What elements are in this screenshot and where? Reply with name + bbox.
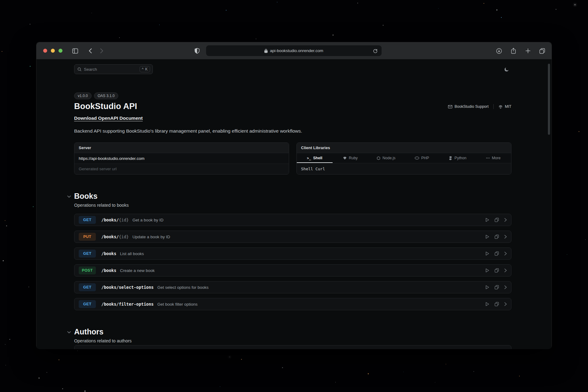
lock-icon — [264, 49, 268, 53]
browser-window: api-bookstudio.onrender.com — [36, 42, 552, 349]
endpoint-row[interactable]: GET /books/filter-options Get book filte… — [74, 298, 511, 310]
try-request-icon[interactable] — [485, 218, 489, 222]
endpoint-row[interactable]: POST /books Create a new book — [74, 264, 511, 277]
chevron-down-icon[interactable] — [67, 330, 71, 334]
endpoint-param: {id} — [119, 234, 129, 239]
back-icon[interactable] — [87, 48, 93, 54]
search-shortcut-badge: ^ K — [140, 66, 150, 72]
client-library-tab-php[interactable]: PHP — [404, 153, 440, 163]
try-request-icon[interactable] — [485, 251, 489, 256]
address-bar[interactable]: api-bookstudio.onrender.com — [206, 45, 382, 56]
scrollbar-thumb[interactable] — [548, 64, 550, 135]
method-badge: POST — [79, 266, 96, 274]
page-title: BookStudio API — [74, 102, 137, 111]
tab-overview-icon[interactable] — [539, 48, 545, 54]
license-link[interactable]: MIT — [499, 104, 511, 109]
method-badge: GET — [79, 283, 96, 291]
endpoint-list: GET /books/ {id} Get a book by ID PUT /b… — [74, 214, 511, 310]
python-icon — [449, 156, 452, 160]
more-icon — [486, 157, 490, 159]
section-title: Authors — [74, 327, 104, 336]
endpoint-list — [74, 345, 511, 349]
endpoint-path: /books/ — [101, 234, 119, 239]
client-libraries-card: Client Libraries >_ Shell Ruby Node.js P… — [296, 142, 511, 175]
try-request-icon[interactable] — [485, 235, 489, 239]
endpoint-row-partial[interactable] — [74, 345, 511, 349]
ruby-icon — [343, 156, 347, 160]
server-url-input[interactable]: Generated server url — [74, 164, 289, 174]
download-openapi-link[interactable]: Download OpenAPI Document — [74, 115, 143, 121]
chevron-right-icon[interactable] — [504, 285, 507, 289]
moon-icon[interactable] — [502, 65, 511, 74]
shield-icon[interactable] — [194, 48, 200, 54]
reload-icon[interactable] — [372, 48, 378, 54]
section-subtitle: Operations related to authors — [74, 338, 511, 343]
client-library-tabs: >_ Shell Ruby Node.js PHP Python More — [297, 153, 511, 163]
minimize-window-button[interactable] — [51, 49, 55, 53]
address-text: api-bookstudio.onrender.com — [270, 48, 323, 53]
chevron-right-icon[interactable] — [504, 268, 507, 273]
try-request-icon[interactable] — [485, 268, 489, 273]
chevron-right-icon[interactable] — [504, 302, 507, 306]
header-meta: BookStudio Support MIT — [448, 104, 511, 109]
server-card-title: Server — [74, 143, 289, 153]
terminal-icon: >_ — [307, 156, 311, 160]
search-input[interactable]: Search ^ K — [74, 64, 153, 74]
endpoint-description: List all books — [120, 251, 144, 256]
endpoint-description: Create a new book — [120, 268, 155, 273]
new-tab-icon[interactable] — [525, 48, 531, 54]
client-libraries-title: Client Libraries — [297, 143, 511, 153]
method-badge: GET — [79, 300, 96, 308]
version-badge: v1.0.0 — [74, 92, 92, 99]
close-window-button[interactable] — [43, 49, 47, 53]
endpoint-description: Get select options for books — [157, 285, 209, 290]
support-link[interactable]: BookStudio Support — [448, 104, 488, 109]
try-request-icon[interactable] — [485, 285, 489, 289]
search-placeholder: Search — [84, 67, 140, 72]
browser-toolbar: api-bookstudio.onrender.com — [36, 42, 552, 59]
endpoint-row[interactable]: GET /books/select-options Get select opt… — [74, 281, 511, 293]
zoom-window-button[interactable] — [58, 49, 62, 53]
client-library-tab-ruby[interactable]: Ruby — [333, 153, 368, 163]
chevron-right-icon[interactable] — [504, 235, 507, 239]
endpoint-row[interactable]: PUT /books/ {id} Update a book by ID — [74, 231, 511, 243]
copy-icon[interactable] — [495, 251, 499, 256]
header-left: v1.0.0 OAS 3.1.0 BookStudio API — [74, 92, 137, 111]
endpoint-path: /books — [101, 268, 116, 273]
api-description: Backend API supporting BookStudio's libr… — [74, 128, 511, 134]
endpoint-description: Get book filter options — [157, 302, 198, 307]
chevron-right-icon[interactable] — [504, 251, 507, 256]
client-library-tab-python[interactable]: Python — [440, 153, 476, 163]
search-icon — [77, 67, 81, 71]
endpoint-path: /books — [101, 251, 116, 256]
chevron-right-icon[interactable] — [504, 218, 507, 222]
section-subtitle: Operations related to books — [74, 203, 511, 208]
copy-icon[interactable] — [495, 218, 499, 222]
oas-badge: OAS 3.1.0 — [94, 92, 118, 99]
forward-icon[interactable] — [98, 48, 104, 54]
try-request-icon[interactable] — [485, 302, 489, 306]
client-library-tab-shell[interactable]: >_ Shell — [297, 153, 333, 163]
client-library-tab-more[interactable]: More — [475, 153, 511, 163]
endpoint-description: Get a book by ID — [132, 218, 163, 222]
section-title: Books — [74, 192, 97, 201]
copy-icon[interactable] — [495, 285, 499, 289]
client-library-tab-nodejs[interactable]: Node.js — [368, 153, 404, 163]
envelope-icon — [448, 105, 452, 108]
php-icon — [415, 156, 419, 160]
endpoint-path: /books/ — [101, 217, 119, 222]
share-icon[interactable] — [510, 48, 516, 54]
copy-icon[interactable] — [495, 302, 499, 306]
sidebar-toggle-icon[interactable] — [72, 48, 78, 54]
copy-icon[interactable] — [495, 268, 499, 273]
copy-icon[interactable] — [495, 235, 499, 239]
endpoint-row[interactable]: GET /books/ {id} Get a book by ID — [74, 214, 511, 226]
chevron-down-icon[interactable] — [67, 194, 71, 199]
server-card: Server https://api-bookstudio.onrender.c… — [74, 142, 289, 175]
endpoint-param: {id} — [119, 217, 129, 222]
endpoint-description: Update a book by ID — [132, 235, 170, 239]
endpoint-row[interactable]: GET /books List all books — [74, 247, 511, 260]
download-icon[interactable] — [496, 48, 502, 54]
license-icon — [499, 105, 503, 109]
server-url[interactable]: https://api-bookstudio.onrender.com — [74, 153, 289, 164]
